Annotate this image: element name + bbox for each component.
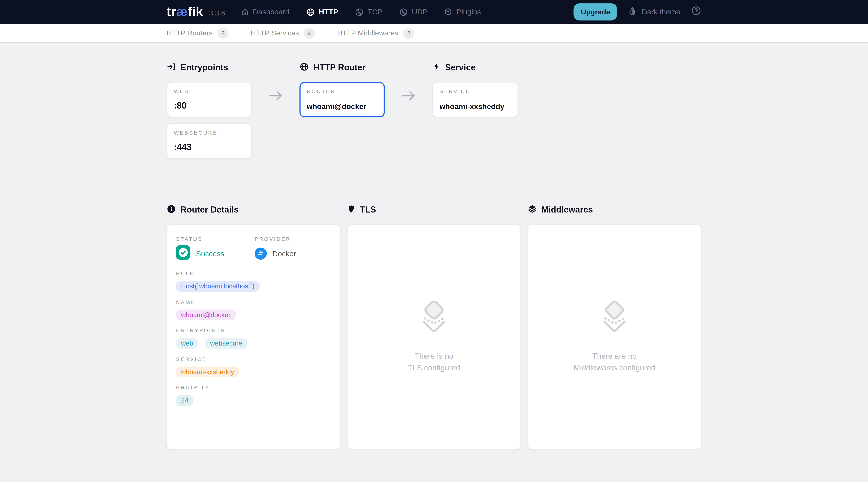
entrypoint-pill: websecure xyxy=(205,338,247,349)
tls-empty-message: There is no TLS configured xyxy=(408,350,460,373)
card-value: whoami-xxsheddy xyxy=(439,102,511,111)
detail-panels: Router Details STATUS xyxy=(167,204,701,450)
empty-layers-icon xyxy=(597,300,632,337)
traefik-dashboard: træfik 3.3.6 Dashboard xyxy=(0,0,868,478)
tab-http-middlewares[interactable]: HTTP Middlewares 2 xyxy=(337,27,414,38)
flow-arrow xyxy=(252,62,300,159)
globe2-icon xyxy=(399,7,408,16)
dark-theme-label: Dark theme xyxy=(642,8,680,16)
lightning-icon xyxy=(432,62,441,73)
count-badge: 2 xyxy=(403,27,414,38)
top-navbar: træfik 3.3.6 Dashboard xyxy=(0,0,868,24)
status-label: STATUS xyxy=(176,236,255,242)
rule-value-pill: Host(`whoami.localhost`) xyxy=(176,281,259,292)
dark-theme-toggle[interactable]: Dark theme xyxy=(628,6,680,18)
entrypoint-card-websecure[interactable]: WEBSECURE :443 xyxy=(167,123,252,159)
main-nav: Dashboard HTTP xyxy=(241,7,481,16)
info-icon xyxy=(167,204,176,216)
rule-label: RULE xyxy=(176,270,331,276)
middlewares-panel: There are no Middlewares configured xyxy=(528,224,701,450)
card-label: ROUTER xyxy=(307,88,378,94)
service-title: Service xyxy=(432,62,518,73)
middlewares-column: Middlewares There are no xyxy=(528,204,701,450)
priority-label: PRIORITY xyxy=(176,384,331,390)
globe-icon xyxy=(300,62,309,73)
entrypoint-card-web[interactable]: WEB :80 xyxy=(167,82,252,117)
logo-wordmark: træfik xyxy=(167,5,203,18)
service-column: Service SERVICE whoami-xxsheddy xyxy=(432,62,518,159)
tab-label: HTTP Routers xyxy=(167,29,213,37)
status-group: STATUS Success xyxy=(176,236,255,261)
main-content: Entrypoints WEB :80 WEBSECURE :443 xyxy=(167,62,701,450)
globe-icon xyxy=(306,7,315,16)
tls-column: TLS There is no TLS con xyxy=(347,204,521,450)
card-label: WEBSECURE xyxy=(174,129,245,135)
log-in-icon xyxy=(167,62,176,73)
cube-icon xyxy=(444,8,453,16)
status-value: Success xyxy=(196,249,224,258)
provider-label: PROVIDER xyxy=(255,236,331,242)
tls-title: TLS xyxy=(347,204,521,215)
service-value-pill: whoami-xxsheddy xyxy=(176,366,239,377)
middlewares-title: Middlewares xyxy=(528,204,701,215)
nav-label: TCP xyxy=(368,8,382,16)
nav-label: Dashboard xyxy=(253,8,289,16)
traefik-logo[interactable]: træfik 3.3.6 xyxy=(167,5,225,18)
middlewares-empty-message: There are no Middlewares configured xyxy=(574,350,655,373)
count-badge: 3 xyxy=(218,27,229,38)
priority-group: PRIORITY 24 xyxy=(176,384,331,405)
nav-label: UDP xyxy=(412,8,428,16)
empty-layers-icon xyxy=(417,300,451,337)
service-group: SERVICE whoami-xxsheddy xyxy=(176,356,331,377)
router-card[interactable]: ROUTER whoami@docker xyxy=(300,82,385,117)
service-card[interactable]: SERVICE whoami-xxsheddy xyxy=(432,82,518,117)
globe2-icon xyxy=(355,7,364,16)
nav-item-udp[interactable]: UDP xyxy=(399,7,428,16)
nav-item-dashboard[interactable]: Dashboard xyxy=(241,8,289,16)
http-router-title: HTTP Router xyxy=(300,62,385,73)
provider-group: PROVIDER xyxy=(255,236,331,261)
entrypoints-column: Entrypoints WEB :80 WEBSECURE :443 xyxy=(167,62,252,159)
nav-label: Plugins xyxy=(456,8,481,16)
layers-icon xyxy=(528,204,537,216)
name-label: NAME xyxy=(176,299,331,305)
docker-icon xyxy=(255,247,267,260)
nav-right-cluster: Upgrade Dark theme xyxy=(574,3,701,21)
entrypoints-title: Entrypoints xyxy=(167,62,252,73)
card-value: :443 xyxy=(174,142,245,152)
entrypoints-label: ENTRYPOINTS xyxy=(176,327,331,333)
tab-label: HTTP Middlewares xyxy=(337,29,398,37)
success-check-icon xyxy=(176,245,190,262)
router-details-title: Router Details xyxy=(167,204,340,215)
router-details-panel: STATUS Success xyxy=(167,224,340,450)
subnav: HTTP Routers 3 HTTP Services 4 HTTP Midd… xyxy=(0,24,868,43)
tab-http-routers[interactable]: HTTP Routers 3 xyxy=(167,27,229,38)
upgrade-button[interactable]: Upgrade xyxy=(574,3,617,21)
tab-http-services[interactable]: HTTP Services 4 xyxy=(251,27,315,38)
nav-item-tcp[interactable]: TCP xyxy=(355,7,382,16)
version-label: 3.3.6 xyxy=(209,8,225,17)
card-label: WEB xyxy=(174,88,245,94)
card-value: :80 xyxy=(174,101,245,111)
service-label: SERVICE xyxy=(176,356,331,362)
card-value: whoami@docker xyxy=(307,102,378,111)
name-group: NAME whoami@docker xyxy=(176,299,331,320)
count-badge: 4 xyxy=(304,27,315,38)
question-circle-icon xyxy=(691,5,702,18)
router-details-column: Router Details STATUS xyxy=(167,204,340,450)
droplet-half-icon xyxy=(628,6,637,18)
flow-arrow xyxy=(385,62,432,159)
help-button[interactable] xyxy=(691,5,702,18)
name-value-pill: whoami@docker xyxy=(176,309,236,320)
provider-value: Docker xyxy=(272,249,296,258)
nav-label: HTTP xyxy=(319,8,338,16)
tab-label: HTTP Services xyxy=(251,29,299,37)
priority-value-pill: 24 xyxy=(176,395,193,405)
rule-group: RULE Host(`whoami.localhost`) xyxy=(176,270,331,292)
routing-flow: Entrypoints WEB :80 WEBSECURE :443 xyxy=(167,62,701,159)
nav-item-plugins[interactable]: Plugins xyxy=(444,8,481,16)
nav-item-http[interactable]: HTTP xyxy=(306,7,338,16)
home-icon xyxy=(241,8,249,16)
tls-panel: There is no TLS configured xyxy=(347,224,521,450)
card-label: SERVICE xyxy=(439,88,511,94)
